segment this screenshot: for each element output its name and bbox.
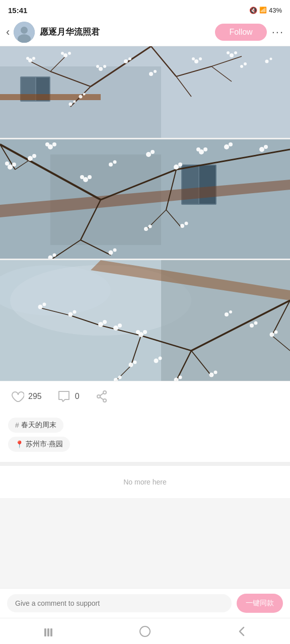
svg-point-93 xyxy=(144,227,148,231)
svg-point-90 xyxy=(53,254,56,257)
svg-rect-145 xyxy=(44,628,46,636)
svg-point-1 xyxy=(21,27,28,34)
svg-point-71 xyxy=(52,142,56,146)
post-image-3 xyxy=(0,260,290,381)
svg-point-124 xyxy=(154,359,159,363)
svg-point-133 xyxy=(179,376,182,379)
svg-point-42 xyxy=(83,93,86,96)
svg-rect-9 xyxy=(0,94,101,100)
svg-line-144 xyxy=(100,397,103,400)
comment-input[interactable] xyxy=(7,594,232,612)
svg-point-35 xyxy=(192,57,195,60)
tag-1-text: 春天的周末 xyxy=(21,421,56,430)
svg-point-80 xyxy=(174,165,179,170)
svg-point-89 xyxy=(48,256,53,260)
comment-bar: 一键同款 xyxy=(0,588,290,618)
tag-2[interactable]: 📍 苏州市·燕园 xyxy=(8,437,70,452)
svg-point-126 xyxy=(129,363,133,367)
status-icons: 🔇 📶 43% xyxy=(249,7,282,14)
follow-button[interactable]: Follow xyxy=(215,24,266,41)
svg-point-43 xyxy=(69,103,72,106)
svg-line-143 xyxy=(100,393,103,396)
comment-icon xyxy=(57,389,71,404)
svg-point-141 xyxy=(103,399,106,402)
like-action[interactable]: 295 xyxy=(10,389,42,404)
username: 愿逐月华流照君 xyxy=(40,26,215,38)
tag-1[interactable]: # 春天的周末 xyxy=(8,418,63,433)
mute-icon: 🔇 xyxy=(249,7,257,14)
svg-point-44 xyxy=(74,101,76,103)
status-time: 15:41 xyxy=(8,6,27,15)
svg-point-96 xyxy=(185,222,188,225)
svg-point-92 xyxy=(113,249,117,252)
tags-section: # 春天的周末 📍 苏州市·燕园 xyxy=(0,412,290,462)
svg-point-45 xyxy=(265,60,269,63)
avatar[interactable] xyxy=(14,22,35,43)
svg-point-122 xyxy=(38,305,43,309)
back-button[interactable]: ‹ xyxy=(6,24,14,41)
svg-point-131 xyxy=(214,371,218,374)
svg-point-75 xyxy=(80,175,84,179)
svg-point-118 xyxy=(98,322,103,327)
svg-point-120 xyxy=(68,312,73,317)
nav-back-button[interactable] xyxy=(227,621,257,641)
nav-home-button[interactable] xyxy=(33,621,63,641)
svg-point-30 xyxy=(128,57,131,60)
svg-point-115 xyxy=(136,330,140,334)
svg-point-33 xyxy=(194,59,198,63)
svg-point-130 xyxy=(209,373,214,377)
svg-point-79 xyxy=(151,150,155,154)
svg-point-29 xyxy=(124,59,128,63)
svg-point-78 xyxy=(146,152,151,157)
status-bar: 15:41 🔇 📶 43% xyxy=(0,0,290,18)
svg-point-66 xyxy=(12,163,16,167)
svg-point-34 xyxy=(199,57,202,60)
svg-point-121 xyxy=(73,310,77,314)
svg-point-39 xyxy=(240,65,243,68)
svg-point-125 xyxy=(159,357,162,360)
battery-text: 43% xyxy=(269,7,282,14)
svg-point-69 xyxy=(32,154,36,158)
wifi-icon: 📶 xyxy=(259,7,267,14)
svg-point-139 xyxy=(229,310,232,313)
like-icon xyxy=(10,389,24,404)
svg-point-72 xyxy=(45,142,49,146)
svg-point-32 xyxy=(154,70,157,73)
svg-point-26 xyxy=(99,67,103,71)
bottom-nav xyxy=(0,618,290,644)
post-image-2 xyxy=(0,139,290,260)
svg-point-91 xyxy=(109,251,113,255)
more-button[interactable]: ··· xyxy=(272,26,284,39)
svg-point-68 xyxy=(28,156,33,161)
comment-action[interactable]: 0 xyxy=(57,389,80,404)
location-icon: 📍 xyxy=(15,440,24,448)
quick-comment-button[interactable]: 一键同款 xyxy=(237,594,283,613)
svg-point-81 xyxy=(178,163,182,167)
share-action[interactable] xyxy=(95,389,109,404)
svg-point-67 xyxy=(5,162,9,166)
tag-2-text: 苏州市·燕园 xyxy=(26,440,63,449)
svg-point-25 xyxy=(61,52,64,55)
svg-point-83 xyxy=(203,147,207,151)
like-count: 295 xyxy=(28,392,42,401)
svg-point-28 xyxy=(96,65,99,68)
svg-point-65 xyxy=(8,165,13,170)
header: ‹ 愿逐月华流照君 Follow ··· xyxy=(0,18,290,46)
svg-point-76 xyxy=(109,163,113,167)
svg-point-140 xyxy=(103,391,106,394)
svg-point-24 xyxy=(68,52,71,55)
svg-point-77 xyxy=(113,160,117,164)
hashtag-icon: # xyxy=(15,421,19,429)
nav-home-circle-button[interactable] xyxy=(130,621,160,641)
svg-point-21 xyxy=(32,57,35,60)
svg-point-36 xyxy=(230,53,234,57)
svg-point-95 xyxy=(180,224,184,228)
svg-point-135 xyxy=(274,331,278,334)
svg-point-22 xyxy=(26,57,29,60)
svg-point-85 xyxy=(224,144,229,149)
svg-point-40 xyxy=(244,62,247,65)
post-image-1 xyxy=(0,46,290,139)
svg-point-87 xyxy=(259,147,264,152)
svg-point-136 xyxy=(250,324,254,328)
svg-point-129 xyxy=(118,376,122,379)
